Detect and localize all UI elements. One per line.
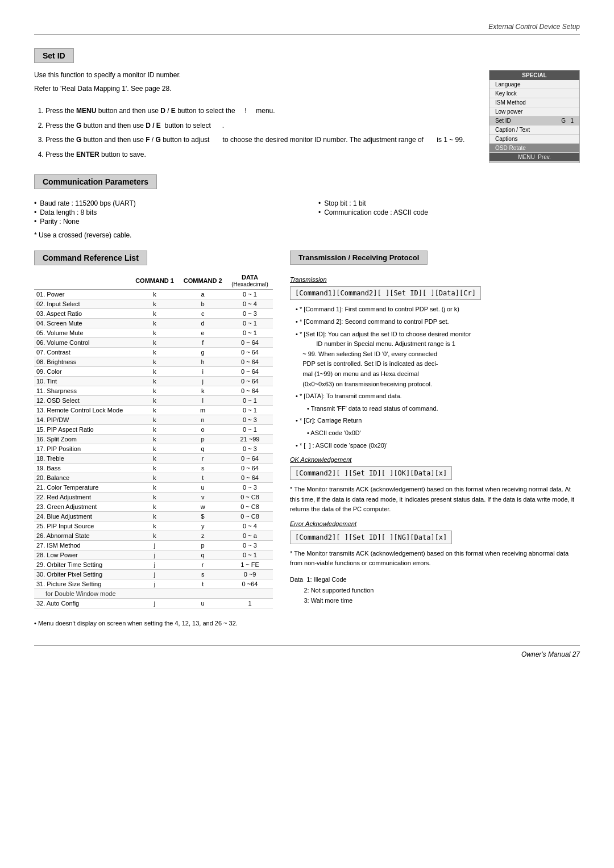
footer-note: • Menu doesn't display on screen when se… (34, 620, 273, 627)
cmd-row-name: 19. Bass (34, 464, 131, 473)
set-id-steps: Press the MENU button and then use D / E… (34, 105, 478, 161)
cmd-row-name: 12. OSD Select (34, 396, 131, 406)
cmd-row-cmd1: k (131, 521, 179, 531)
cmd-row-name: 18. Treble (34, 454, 131, 464)
cmd-row-name: 05. Volume Mute (34, 328, 131, 338)
menu-item-captions: Captions (489, 135, 579, 144)
cmd-row-cmd1: k (131, 396, 179, 406)
cmd-row-cmd1: k (131, 493, 179, 502)
cmd-row-cmd1: k (131, 338, 179, 348)
table-row: 03. Aspect Ratiokc0 ~ 3 (34, 309, 273, 319)
th-empty (34, 272, 131, 290)
table-row: 17. PIP Positionkq0 ~ 3 (34, 444, 273, 454)
cmd-row-data: 0 ~ C8 (227, 502, 273, 512)
cmd-row-name: 28. Low Power (34, 550, 131, 560)
page-number: Owner's Manual 27 (521, 650, 580, 658)
command-ref-title: Command Reference List (34, 251, 147, 265)
menu-item-language: Language (489, 80, 579, 89)
cmd-row-name: 11. Sharpness (34, 386, 131, 396)
header-title: External Control Device Setup (488, 23, 580, 31)
cmd-row-cmd1: k (131, 406, 179, 415)
table-row: 14. PIP/DWkn0 ~ 3 (34, 415, 273, 425)
table-row: 21. Color Temperatureku0 ~ 3 (34, 483, 273, 493)
cmd-row-cmd1: k (131, 512, 179, 521)
cable-note: * Use a crossed (reverse) cable. (34, 231, 580, 239)
cmd-row-cmd1: k (131, 454, 179, 464)
set-id-text: Use this function to specify a monitor I… (34, 70, 478, 163)
cmd-row-cmd1: j (131, 599, 179, 608)
cmd-row-cmd2: m (179, 406, 227, 415)
cmd-row-cmd1: j (131, 550, 179, 560)
command-ref-section: Command Reference List COMMAND 1 COMMAND… (34, 251, 273, 608)
cmd-row-data: 0 ~ 64 (227, 357, 273, 367)
set-id-step-1: Press the MENU button and then use D / E… (45, 105, 478, 118)
table-row: for Double Window mode (34, 589, 273, 599)
cmd-row-name: 14. PIP/DW (34, 415, 131, 425)
cmd-row-name: 27. ISM Method (34, 541, 131, 550)
table-row: 26. Abnormal Statekz0 ~ a (34, 531, 273, 541)
ok-ack-label: OK Acknowledgement (290, 456, 580, 463)
cmd-row-data: 0 ~ 4 (227, 521, 273, 531)
cmd-row-data: 0 ~ 1 (227, 328, 273, 338)
cmd-row-cmd2: z (179, 531, 227, 541)
cmd-row-cmd2: j (179, 377, 227, 386)
param-parity: Parity : None (34, 218, 296, 226)
cmd-row-cmd1: j (131, 560, 179, 570)
cmd-row-name: 13. Remote Control Lock Mode (34, 406, 131, 415)
set-id-step-3: Press the G button and then use F / G bu… (45, 134, 478, 147)
cmd-row-cmd2: s (179, 570, 227, 579)
cmd-row-cmd1: k (131, 473, 179, 483)
cmd-row-data: 0 ~ 64 (227, 386, 273, 396)
data-list: Data 1: Illegal Code 2: Not supported fu… (290, 574, 580, 606)
menu-item-caption-text: Caption / Text (489, 126, 579, 135)
table-row: 05. Volume Muteke0 ~ 1 (34, 328, 273, 338)
cmd-row-data: 0 ~ 64 (227, 367, 273, 377)
menu-item-keylock: Key lock (489, 89, 579, 98)
cmd-row-cmd1: j (131, 579, 179, 589)
table-row: 23. Green Adjustmentkw0 ~ C8 (34, 502, 273, 512)
cmd-row-data: 0 ~ 3 (227, 483, 273, 493)
trans-note-3: * [Set ID]: You can adjust the set ID to… (296, 329, 580, 390)
cmd-row-cmd2: y (179, 521, 227, 531)
cmd-row-name: 07. Contrast (34, 348, 131, 357)
cmd-row-cmd1: k (131, 299, 179, 309)
table-row: 20. Balancekt0 ~ 64 (34, 473, 273, 483)
left-column: Command Reference List COMMAND 1 COMMAND… (34, 251, 273, 628)
cmd-row-cmd1: k (131, 531, 179, 541)
trans-note-4: * [DATA]: To transmit command data. (296, 391, 580, 402)
menu-image-footer: MENU Prev. (489, 153, 579, 161)
trans-note-4b: Transmit 'FF' data to read status of com… (307, 404, 580, 414)
cmd-row-data: 0 ~ 4 (227, 299, 273, 309)
table-row: 25. PIP Input Sourceky0 ~ 4 (34, 521, 273, 531)
menu-item-setid: Set IDG 1 (489, 116, 579, 126)
trans-note-6: * [ ] : ASCII code 'space (0x20)' (296, 441, 580, 451)
transmission-box: [Command1][Command2][ ][Set ID][ ][Data]… (290, 286, 481, 300)
ok-ack-box: [Command2][ ][Set ID][ ][OK][Data][x] (290, 466, 452, 480)
cmd-row-name: 09. Color (34, 367, 131, 377)
trans-note-1: * [Command 1]: First command to control … (296, 304, 580, 315)
cmd-row-data: 0 ~ 3 (227, 309, 273, 319)
comm-params-grid: Baud rate : 115200 bps (UART) Stop bit :… (34, 199, 580, 226)
transmission-title: Transmission / Receiving Protocol (290, 251, 428, 265)
transmission-label: Transmission (290, 276, 580, 283)
cmd-row-data: 1 (227, 599, 273, 608)
table-row: 10. Tintkj0 ~ 64 (34, 377, 273, 386)
cmd-row-cmd2: s (179, 464, 227, 473)
cmd-row-data: 0 ~ 64 (227, 464, 273, 473)
page-footer: Owner's Manual 27 (34, 645, 580, 658)
cmd-row-cmd2: $ (179, 512, 227, 521)
cmd-row-name: 20. Balance (34, 473, 131, 483)
error-ack-box: [Command2][ ][Set ID][ ][NG][Data][x] (290, 531, 452, 544)
cmd-row-cmd1: k (131, 290, 179, 299)
menu-item-ism: ISM Method (489, 98, 579, 107)
table-row: 18. Treblekr0 ~ 64 (34, 454, 273, 464)
cmd-row-data: 0 ~ 3 (227, 541, 273, 550)
ok-ack-notes: * The Monitor transmits ACK (acknowledge… (290, 485, 580, 515)
cmd-row-data: 0 ~ C8 (227, 493, 273, 502)
cmd-row-cmd2: u (179, 599, 227, 608)
table-row: 07. Contrastkg0 ~ 64 (34, 348, 273, 357)
set-id-content: Use this function to specify a monitor I… (34, 70, 580, 163)
set-id-desc1: Use this function to specify a monitor I… (34, 70, 478, 80)
cmd-row-cmd2 (179, 589, 227, 599)
cmd-row-cmd1: j (131, 541, 179, 550)
